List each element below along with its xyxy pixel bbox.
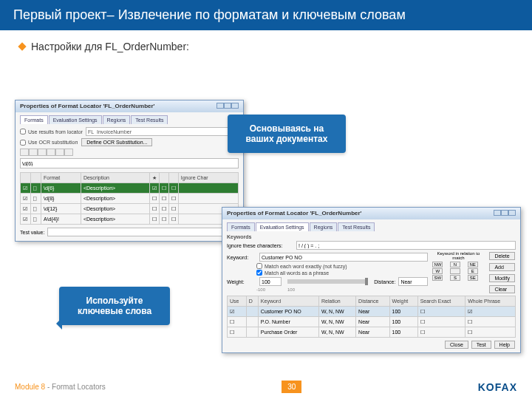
delete-button[interactable]: Delete bbox=[489, 252, 515, 260]
relation-grid[interactable]: NWNNE WE SWSSE bbox=[432, 262, 484, 281]
weight-label: Weight: bbox=[227, 279, 256, 284]
test-input[interactable] bbox=[47, 228, 239, 236]
chk-phrase[interactable]: Match all words as a phrase bbox=[256, 270, 428, 276]
ignore-label: Ignore these characters: bbox=[227, 243, 293, 248]
weight-slider[interactable] bbox=[287, 279, 368, 284]
chk-exact[interactable]: Match each word exactly (not fuzzy) bbox=[256, 263, 428, 269]
table-row[interactable]: ☑⎕\d{8}<Description>☐☐☐ bbox=[21, 194, 239, 204]
table-row[interactable]: ☐P.O. NumberW, N, NW Near100☐☐ bbox=[228, 317, 516, 327]
test-label: Test value: bbox=[20, 230, 44, 235]
table-row[interactable]: ☑⎕\d{12}<Description>☐☐☐ bbox=[21, 204, 239, 214]
dialog-formats: Properties of Format Locator 'FL_OrderNu… bbox=[15, 100, 244, 242]
dialog2-tabs: Formats Evaluation Settings Regions Test… bbox=[227, 222, 516, 231]
chk-use-locator[interactable]: Use results from locator bbox=[20, 129, 83, 134]
clear-button[interactable]: Clear bbox=[489, 285, 515, 293]
dialog1-title-text: Properties of Format Locator 'FL_OrderNu… bbox=[20, 103, 155, 110]
tab-regions2[interactable]: Regions bbox=[310, 222, 338, 231]
keywords-group-label: Keywords bbox=[227, 234, 516, 239]
bullet-row: Настройки для FL_OrderNumber: bbox=[19, 41, 513, 52]
kofax-logo: KOFAX bbox=[478, 381, 517, 393]
tab-test[interactable]: Test Results bbox=[131, 115, 168, 124]
slide-footer: Module 8 - Format Locators 30 KOFAX bbox=[15, 381, 517, 393]
help-button[interactable]: Help bbox=[494, 341, 515, 349]
formats-table: FormatDescription ★ Ignore Char ☑⎕\d{6}<… bbox=[20, 172, 239, 225]
slide-number: 30 bbox=[282, 381, 301, 393]
dialog2-title-text: Properties of Format Locator 'FL_OrderNu… bbox=[227, 210, 362, 217]
ignore-input[interactable] bbox=[296, 241, 516, 250]
table-row[interactable]: ☑⎕\d{6}<Description>☑☐☐ bbox=[21, 183, 239, 194]
table-row[interactable]: ☐Purchase OrderW, N, NW Near100☐☐ bbox=[228, 327, 516, 338]
dialog1-titlebar: Properties of Format Locator 'FL_OrderNu… bbox=[16, 100, 243, 112]
distance-label: Distance: bbox=[374, 279, 395, 284]
table-row[interactable]: ☑⎕A\d{4}!<Description>☐☐☐ bbox=[21, 214, 239, 225]
tab-regions[interactable]: Regions bbox=[103, 115, 131, 124]
define-ocr-button[interactable]: Define OCR Substitution... bbox=[81, 138, 152, 146]
callout-documents: Основываясь на ваших документах bbox=[228, 115, 346, 153]
table-row[interactable]: ☑Customer PO NOW, N, NW Near100☐☑ bbox=[228, 307, 516, 317]
add-button[interactable]: Add bbox=[489, 263, 515, 271]
keyword-input[interactable] bbox=[259, 253, 428, 262]
chk-ocr-sub[interactable]: Use OCR substitution bbox=[20, 140, 78, 146]
close-button[interactable]: Close bbox=[445, 341, 468, 349]
window-controls[interactable] bbox=[216, 103, 239, 110]
keywords-table: UseD KeywordRelation DistanceWeight Sear… bbox=[227, 296, 516, 338]
window-controls[interactable] bbox=[494, 210, 516, 217]
test-button[interactable]: Test bbox=[471, 341, 491, 349]
slide-title: Первый проект– Извлечение по форматам и … bbox=[0, 0, 532, 30]
toolbar-icons[interactable] bbox=[20, 149, 239, 156]
distance-input[interactable] bbox=[398, 277, 428, 286]
dialog2-titlebar: Properties of Format Locator 'FL_OrderNu… bbox=[222, 208, 520, 219]
regex-input[interactable] bbox=[20, 158, 239, 168]
locator-name bbox=[86, 127, 239, 136]
tab-formats2[interactable]: Formats bbox=[227, 222, 255, 231]
tab-eval2[interactable]: Evaluation Settings bbox=[256, 222, 309, 231]
keyword-label: Keyword: bbox=[227, 255, 256, 260]
tab-formats[interactable]: Formats bbox=[20, 115, 48, 124]
relation-label: Keyword in relation to match bbox=[432, 251, 484, 260]
module-label: Module 8 - Format Locators bbox=[15, 383, 106, 391]
weight-input[interactable] bbox=[259, 277, 282, 286]
dialog1-tabs: Formats Evaluation Settings Regions Test… bbox=[20, 115, 239, 124]
dialog-keywords: Properties of Format Locator 'FL_OrderNu… bbox=[222, 207, 521, 353]
tab-test2[interactable]: Test Results bbox=[338, 222, 375, 231]
callout-keywords: Используйте ключевые слова bbox=[59, 287, 170, 325]
bullet-text: Настройки для FL_OrderNumber: bbox=[31, 41, 189, 52]
tab-eval[interactable]: Evaluation Settings bbox=[49, 115, 102, 124]
bullet-diamond-icon bbox=[18, 42, 26, 50]
modify-button[interactable]: Modify bbox=[489, 274, 515, 282]
